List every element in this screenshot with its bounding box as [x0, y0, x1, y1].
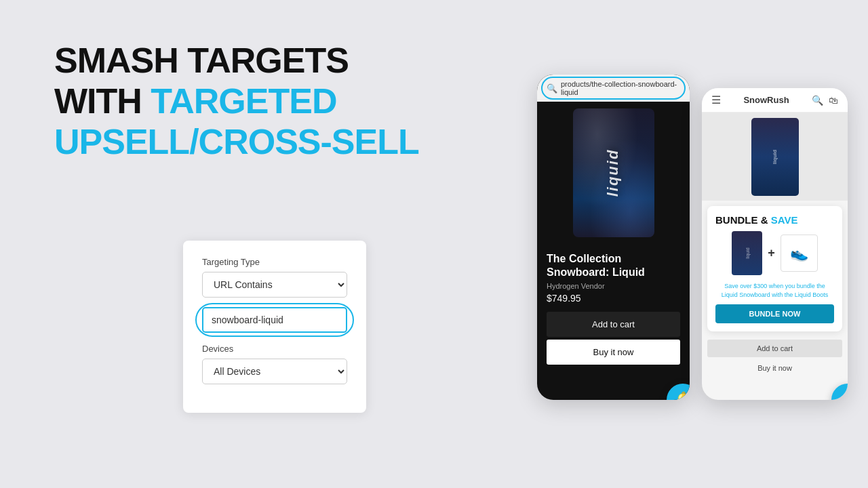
bundle-now-button[interactable]: BUNDLE NOW: [715, 304, 834, 323]
add-to-cart-button[interactable]: Add to cart: [547, 312, 680, 337]
buy-it-now-button[interactable]: Buy it now: [547, 340, 680, 365]
headline: SMASH TARGETS WITH TARGETED UPSELL/CROSS…: [54, 41, 434, 162]
bundle-title: BUNDLE & SAVE: [715, 214, 834, 226]
add-to-cart-button-right[interactable]: Add to cart: [707, 340, 842, 357]
left-section: SMASH TARGETS WITH TARGETED UPSELL/CROSS…: [54, 41, 434, 162]
bundle-item-snowboard: liquid: [732, 231, 762, 275]
bell-icon-right: 🔔: [839, 391, 848, 400]
targeting-type-label: Targeting Type: [202, 257, 347, 267]
hamburger-icon: ☰: [711, 94, 721, 106]
bundle-title-blue: SAVE: [771, 214, 798, 226]
headline-line1: SMASH TARGETS: [54, 41, 349, 80]
bundle-snowboard-label: liquid: [745, 247, 749, 258]
devices-select[interactable]: All Devices: [202, 359, 347, 384]
nav-bar: ☰ SnowRush 🔍 🛍: [702, 88, 848, 113]
snowboard-image: liquid: [573, 108, 654, 237]
phone-right: ☰ SnowRush 🔍 🛍 liquid BUNDLE & SAVE liqu…: [702, 88, 848, 400]
buy-it-now-button-right[interactable]: Buy it now: [707, 359, 842, 377]
product-image-area: liquid: [537, 102, 690, 244]
snowboard-brand: liquid: [605, 149, 623, 197]
targeting-card: Targeting Type URL Contains Devices All …: [183, 241, 366, 413]
store-name: SnowRush: [743, 95, 789, 105]
url-input[interactable]: [202, 307, 347, 333]
product-preview-image: liquid: [702, 113, 848, 201]
bundle-popup: BUNDLE & SAVE liquid + 👟 Save over $300 …: [707, 206, 842, 331]
product-info: The Collection Snowboard: Liquid Hydroge…: [537, 244, 690, 373]
address-bar-url: products/the-collection-snowboard-liquid: [561, 80, 680, 96]
product-name: The Collection Snowboard: Liquid: [547, 252, 680, 279]
boot-icon: 👟: [790, 245, 808, 262]
address-bar: 🔍 products/the-collection-snowboard-liqu…: [537, 75, 690, 102]
nav-icons: 🔍 🛍: [812, 95, 838, 106]
headline-line3: UPSELL/CROSS-SELL: [54, 122, 419, 161]
vendor-name: Hydrogen Vendor: [547, 282, 680, 290]
phone-left: 🔍 products/the-collection-snowboard-liqu…: [537, 75, 690, 400]
targeting-type-select[interactable]: URL Contains: [202, 272, 347, 298]
bell-icon-left: 🔔: [674, 391, 690, 400]
headline-line2-blue: TARGETED: [151, 81, 336, 121]
search-icon-nav: 🔍: [812, 95, 823, 106]
plus-icon: +: [768, 246, 775, 260]
notification-bell-left[interactable]: 🔔 1: [667, 384, 690, 400]
notification-bell-right[interactable]: 🔔: [831, 384, 848, 400]
snowboard-small-brand: liquid: [772, 149, 778, 163]
url-input-wrap: [202, 307, 347, 333]
phones-section: 🔍 products/the-collection-snowboard-liqu…: [537, 75, 848, 400]
bundle-description: Save over $300 when you bundle the Liqui…: [715, 282, 834, 299]
bundle-products: liquid + 👟: [715, 231, 834, 275]
cart-icon-nav: 🛍: [829, 95, 838, 106]
headline-line2-prefix: WITH: [54, 81, 151, 121]
snowboard-small-image: liquid: [751, 118, 799, 196]
product-price: $749.95: [547, 293, 680, 304]
search-icon: 🔍: [547, 83, 557, 94]
bundle-title-prefix: BUNDLE &: [715, 214, 771, 226]
bundle-item-boot: 👟: [781, 235, 818, 272]
devices-label: Devices: [202, 344, 347, 354]
bottom-buttons: Add to cart Buy it now: [702, 337, 848, 381]
